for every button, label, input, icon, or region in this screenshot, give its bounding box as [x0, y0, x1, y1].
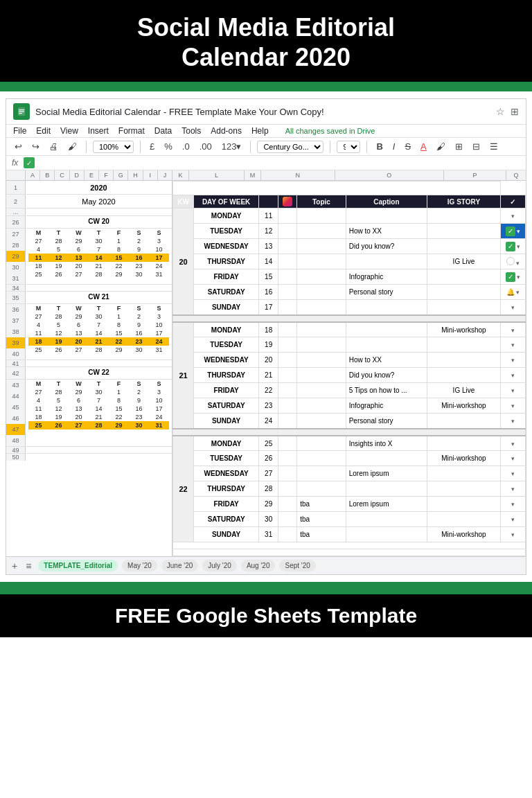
num-27: 27 — [259, 466, 278, 481]
dropdown-icon-3[interactable]: ▾ — [517, 243, 520, 250]
dropdown-icon-17[interactable]: ▾ — [511, 470, 515, 477]
dropdown-icon-12[interactable]: ▾ — [511, 387, 515, 394]
check-thu-1: ▾ — [500, 254, 525, 269]
igstory-sat-2: Mini-workshop — [427, 398, 501, 414]
rn-40: 40 — [6, 348, 26, 360]
dropdown-icon-5[interactable]: ▾ — [517, 274, 520, 281]
dropdown-icon-16[interactable]: ▾ — [511, 455, 515, 462]
menu-edit[interactable]: Edit — [36, 126, 51, 136]
tab-july20[interactable]: July '20 — [202, 560, 237, 571]
caption-mon-2 — [346, 322, 427, 337]
trailing-row-2 — [173, 549, 526, 556]
grid-icon[interactable]: ⊞ — [511, 106, 519, 117]
sched-row-friday15: FRIDAY 15 Infographic ✓ ▾ — [173, 269, 526, 285]
dropdown-icon-10[interactable]: ▾ — [511, 357, 515, 364]
borders-button[interactable]: ⊞ — [452, 140, 466, 153]
num-17: 17 — [259, 300, 278, 315]
topic-wed-2 — [297, 353, 346, 368]
tab-may20[interactable]: May '20 — [122, 560, 157, 571]
percent-button[interactable]: % — [161, 140, 175, 153]
zoom-select[interactable]: 100% — [93, 141, 134, 153]
add-sheet-button[interactable]: + — [12, 560, 17, 571]
sched-row-saturday16: SATURDAY 16 Personal story 🔔 ▾ — [173, 285, 526, 300]
undo-button[interactable]: ↩ — [12, 140, 25, 153]
menu-insert[interactable]: Insert — [88, 126, 109, 136]
star-icon[interactable]: ☆ — [496, 106, 505, 117]
col-e-header: E — [85, 170, 99, 180]
col-p-header: P — [444, 170, 506, 180]
strikethrough-button[interactable]: S — [402, 140, 414, 153]
highlight-button[interactable]: 🖌 — [434, 140, 448, 153]
list-sheets-button[interactable]: ≡ — [26, 560, 31, 571]
dropdown-icon-8[interactable]: ▾ — [511, 327, 515, 334]
cw20-row2: 45678910 — [28, 245, 169, 254]
dropdown-icon-2[interactable]: ▾ — [517, 228, 520, 235]
align-button[interactable]: ☰ — [487, 140, 501, 153]
dropdown-icon-20[interactable]: ▾ — [511, 516, 515, 523]
italic-button[interactable]: I — [390, 140, 398, 153]
tab-aug20[interactable]: Aug '20 — [241, 560, 276, 571]
igstory-thu-3 — [427, 481, 501, 497]
merge-button[interactable]: ⊟ — [470, 140, 483, 153]
dropdown-icon-14[interactable]: ▾ — [511, 418, 515, 425]
check-wed-2: ▾ — [500, 353, 525, 368]
tab-june20[interactable]: June '20 — [161, 560, 199, 571]
trailing-row-1 — [173, 542, 526, 549]
col-d-header: D — [70, 170, 85, 180]
toolbar-divider-5 — [366, 141, 367, 153]
dropdown-icon-9[interactable]: ▾ — [511, 342, 515, 348]
menu-addons[interactable]: Add-ons — [211, 126, 242, 136]
kw-21-cell: 21 — [173, 322, 194, 429]
menu-view[interactable]: View — [60, 126, 78, 136]
day-tuesday-2: TUESDAY — [194, 337, 259, 353]
dropdown-icon-6[interactable]: ▾ — [516, 289, 520, 296]
rn-49: 49 — [6, 447, 26, 453]
dropdown-icon-13[interactable]: ▾ — [511, 402, 515, 409]
toolbar: ↩ ↪ 🖨 🖌 100% £ % .0 .00 123▾ Century Go.… — [6, 138, 526, 156]
decimal00-button[interactable]: .00 — [197, 140, 215, 153]
format123-button[interactable]: 123▾ — [219, 140, 245, 153]
redo-button[interactable]: ↪ — [29, 140, 42, 153]
font-select[interactable]: Century Go... — [257, 141, 323, 153]
currency-button[interactable]: £ — [147, 140, 157, 153]
caption-thu-2: Did you know? — [346, 368, 427, 383]
left-col-headers: A B C D E F G H I J — [26, 170, 172, 180]
print-button[interactable]: 🖨 — [46, 140, 61, 153]
paint-format-button[interactable]: 🖌 — [65, 140, 80, 153]
dropdown-icon-7[interactable]: ▾ — [511, 304, 515, 311]
caption-sun-1 — [346, 300, 427, 315]
dropdown-icon-18[interactable]: ▾ — [511, 486, 515, 493]
row-1: 1 2020 — [6, 181, 172, 195]
dropdown-icon-19[interactable]: ▾ — [511, 501, 515, 508]
fontsize-select[interactable]: 9 — [337, 141, 360, 153]
kw-22-cell: 22 — [173, 436, 194, 542]
sched-empty-1 — [173, 181, 501, 195]
sched-header-row: KW DAY OF WEEK Topic Caption IG STORY ✓ — [173, 195, 526, 209]
menu-data[interactable]: Data — [154, 126, 172, 136]
bottom-green-bar — [0, 582, 532, 594]
cal-th-s1: S — [129, 229, 149, 237]
tab-sept20[interactable]: Sept '20 — [279, 560, 315, 571]
menu-help[interactable]: Help — [251, 126, 269, 136]
underline-button[interactable]: A — [418, 140, 429, 153]
decimal0-button[interactable]: .0 — [179, 140, 193, 153]
bold-button[interactable]: B — [373, 140, 385, 153]
igstory-wed-3 — [427, 466, 501, 481]
cal-th-t2: T — [89, 229, 109, 237]
trailing-cell-2 — [173, 549, 526, 556]
menu-format[interactable]: Format — [118, 126, 145, 136]
dropdown-icon-4[interactable]: ▾ — [516, 260, 520, 267]
banner-line1: Social Media Editorial — [137, 13, 395, 42]
menu-tools[interactable]: Tools — [181, 126, 201, 136]
dropdown-icon-1[interactable]: ▾ — [511, 213, 515, 220]
cal-th-f1: F — [109, 229, 129, 237]
ig-tue-2 — [278, 337, 297, 353]
menu-file[interactable]: File — [13, 126, 26, 136]
tab-template-editorial[interactable]: TEMPLATE_Editorial — [38, 560, 118, 571]
dropdown-icon-11[interactable]: ▾ — [511, 372, 515, 379]
separator-cell-1 — [173, 315, 526, 322]
dropdown-icon-15[interactable]: ▾ — [511, 441, 515, 447]
separator-cell-2 — [173, 429, 526, 436]
col-l-header: L — [189, 170, 245, 180]
dropdown-icon-21[interactable]: ▾ — [511, 531, 515, 538]
